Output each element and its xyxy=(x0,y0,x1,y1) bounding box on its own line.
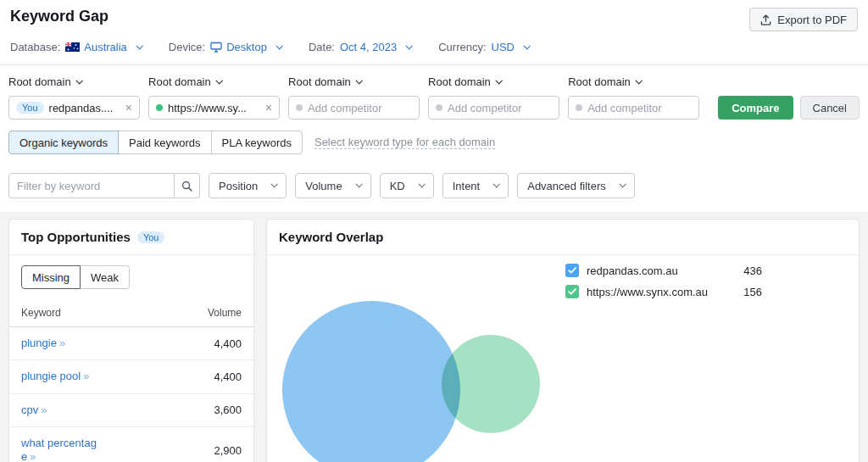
legend-count: 156 xyxy=(743,286,762,298)
legend-label: https://www.synx.com.au xyxy=(587,286,708,298)
root-domain-dropdown-5[interactable]: Root domain xyxy=(568,75,699,88)
legend-item: redpandas.com.au 436 xyxy=(565,264,762,277)
content-area: Top Opportunities You Missing Weak Keywo… xyxy=(0,212,868,462)
table-header-row: Keyword Volume xyxy=(9,300,253,327)
export-icon xyxy=(760,14,771,25)
gray-dot-icon xyxy=(436,104,442,111)
table-row: what percentage» 2,900 xyxy=(9,427,253,462)
search-button[interactable] xyxy=(175,173,200,198)
position-filter-dropdown[interactable]: Position xyxy=(209,173,287,198)
keyword-link[interactable]: cpv» xyxy=(21,404,99,417)
close-icon[interactable]: × xyxy=(265,102,272,114)
currency-dropdown[interactable]: USD xyxy=(492,41,529,53)
you-badge: You xyxy=(16,102,44,114)
open-keyword-icon: » xyxy=(59,337,65,349)
device-filter: Device: Desktop xyxy=(169,41,281,53)
domain-column-competitor-4: Root domain Add competitor xyxy=(568,75,699,120)
keyword-link[interactable]: plungie» xyxy=(21,337,99,350)
open-keyword-icon: » xyxy=(41,404,47,416)
missing-weak-toggle: Missing Weak xyxy=(9,255,253,300)
page-title: Keyword Gap xyxy=(10,8,108,25)
competitor-2-input[interactable]: Add competitor xyxy=(288,96,420,120)
date-dropdown[interactable]: Oct 4, 2023 xyxy=(340,41,411,53)
date-label: Date: xyxy=(309,41,335,53)
root-domain-dropdown-1[interactable]: Root domain xyxy=(8,75,140,88)
close-icon[interactable]: × xyxy=(125,102,132,114)
keyword-link[interactable]: plungie pool» xyxy=(21,370,99,383)
top-opportunities-title: Top Opportunities xyxy=(21,230,131,244)
overlap-legend: redpandas.com.au 436 https://www.synx.co… xyxy=(565,264,762,306)
export-to-pdf-button[interactable]: Export to PDF xyxy=(749,8,858,31)
keyword-search xyxy=(8,173,200,198)
checkbox-checked-icon[interactable] xyxy=(565,285,579,298)
domain-column-competitor-1: Root domain https://www.sy... × xyxy=(148,75,280,120)
legend-item: https://www.synx.com.au 156 xyxy=(565,285,762,298)
database-dropdown[interactable]: Australia xyxy=(65,41,142,53)
volume-column-header[interactable]: Volume xyxy=(208,307,242,319)
legend-label: redpandas.com.au xyxy=(587,264,678,277)
desktop-icon xyxy=(210,42,222,53)
keyword-volume: 3,600 xyxy=(214,404,242,416)
domain-column-you: Root domain You redpandas.... × xyxy=(8,75,140,120)
keyword-link[interactable]: what percentage» xyxy=(21,437,99,462)
root-domain-dropdown-3[interactable]: Root domain xyxy=(288,75,420,88)
keyword-overlap-card: Keyword Overlap redpandas.com.au 436 htt… xyxy=(266,219,860,462)
competitor-3-input[interactable]: Add competitor xyxy=(428,96,559,120)
checkbox-checked-icon[interactable] xyxy=(565,264,579,277)
root-domain-dropdown-2[interactable]: Root domain xyxy=(148,75,280,88)
keyword-type-row: Organic keywords Paid keywords PLA keywo… xyxy=(0,120,868,168)
competitor-1-input[interactable]: https://www.sy... × xyxy=(148,96,280,120)
device-label: Device: xyxy=(169,41,205,53)
keyword-type-hint: Select keyword type for each domain xyxy=(314,136,495,149)
add-competitor-placeholder: Add competitor xyxy=(308,102,381,114)
competitor-4-input[interactable]: Add competitor xyxy=(568,96,699,120)
global-filter-bar: Database: Australia Device: Desktop Date… xyxy=(0,31,868,64)
weak-toggle-button[interactable]: Weak xyxy=(80,265,130,289)
green-dot-icon xyxy=(156,104,163,111)
venn-circle-synx xyxy=(442,335,540,433)
table-row: plungie» 4,400 xyxy=(9,327,253,360)
device-dropdown[interactable]: Desktop xyxy=(210,41,281,53)
keyword-overlap-title: Keyword Overlap xyxy=(279,230,383,244)
domain-actions: Compare Cancel xyxy=(718,96,860,120)
database-filter: Database: Australia xyxy=(10,41,142,53)
currency-filter: Currency: USD xyxy=(438,41,529,53)
open-keyword-icon: » xyxy=(30,450,36,462)
intent-filter-dropdown[interactable]: Intent xyxy=(442,173,509,198)
date-filter: Date: Oct 4, 2023 xyxy=(309,41,411,53)
volume-filter-dropdown[interactable]: Volume xyxy=(295,173,370,198)
add-competitor-placeholder: Add competitor xyxy=(587,102,661,114)
missing-toggle-button[interactable]: Missing xyxy=(21,265,81,289)
gray-dot-icon xyxy=(576,104,582,111)
open-keyword-icon: » xyxy=(83,370,89,382)
gray-dot-icon xyxy=(296,104,303,111)
legend-count: 436 xyxy=(743,264,762,277)
top-bar: Keyword Gap Export to PDF xyxy=(0,0,868,31)
keyword-filter-input[interactable] xyxy=(8,173,175,198)
compare-button[interactable]: Compare xyxy=(718,96,793,120)
currency-label: Currency: xyxy=(438,41,486,53)
keyword-volume: 4,400 xyxy=(214,337,242,350)
domain-section: Root domain You redpandas.... × Root dom… xyxy=(0,65,868,120)
venn-circle-redpandas xyxy=(282,301,460,462)
advanced-filters-dropdown[interactable]: Advanced filters xyxy=(517,173,635,198)
table-row: plungie pool» 4,400 xyxy=(9,360,253,393)
keyword-column-header: Keyword xyxy=(21,307,61,319)
tab-paid-keywords[interactable]: Paid keywords xyxy=(118,131,212,154)
competitor-1-value: https://www.sy... xyxy=(168,102,247,114)
keyword-volume: 4,400 xyxy=(214,370,242,383)
domain-column-competitor-3: Root domain Add competitor xyxy=(428,75,559,120)
keyword-type-tabs: Organic keywords Paid keywords PLA keywo… xyxy=(8,131,303,154)
australia-flag-icon xyxy=(65,42,80,52)
you-domain-value: redpandas.... xyxy=(49,102,114,114)
you-domain-input[interactable]: You redpandas.... × xyxy=(8,96,140,120)
database-label: Database: xyxy=(10,41,60,53)
add-competitor-placeholder: Add competitor xyxy=(448,102,521,114)
search-icon xyxy=(181,181,192,192)
root-domain-dropdown-4[interactable]: Root domain xyxy=(428,75,559,88)
tab-organic-keywords[interactable]: Organic keywords xyxy=(8,131,119,154)
tab-pla-keywords[interactable]: PLA keywords xyxy=(211,131,303,154)
cancel-button[interactable]: Cancel xyxy=(800,96,860,120)
kd-filter-dropdown[interactable]: KD xyxy=(380,173,434,198)
you-badge: You xyxy=(137,231,165,243)
